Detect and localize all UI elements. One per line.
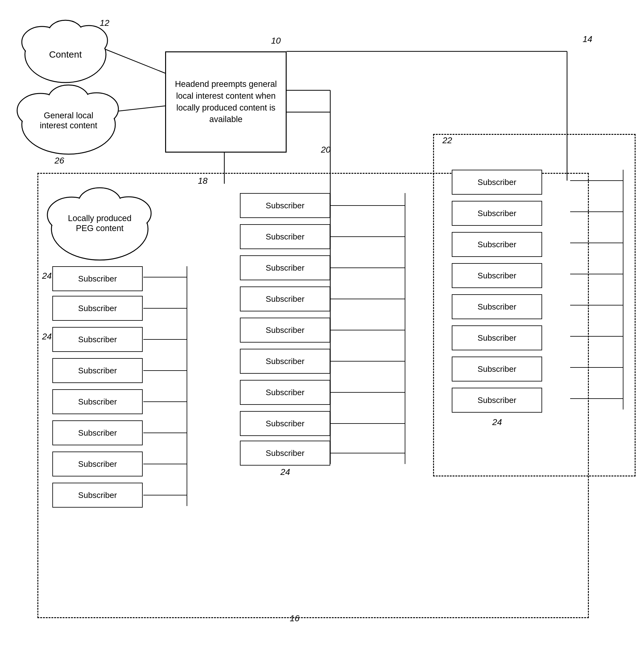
sub-label: Subscriber <box>78 335 117 345</box>
right-subscriber-8: Subscriber <box>452 388 542 413</box>
svg-text:Content: Content <box>49 49 82 60</box>
left-subscriber-4: Subscriber <box>52 358 143 383</box>
label-12: 12 <box>100 18 109 28</box>
right-subscriber-1: Subscriber <box>452 170 542 195</box>
label-26: 26 <box>54 156 64 166</box>
mid-subscriber-9: Subscriber <box>240 441 330 466</box>
sub-label: Subscriber <box>478 302 516 312</box>
label-10: 10 <box>271 36 281 46</box>
svg-point-43 <box>49 21 82 45</box>
sub-label: Subscriber <box>478 178 516 187</box>
sub-label: Subscriber <box>266 419 304 428</box>
right-subscriber-6: Subscriber <box>452 325 542 350</box>
mid-subscriber-6: Subscriber <box>240 349 330 374</box>
headend-text: Headend preempts general local interest … <box>169 78 282 125</box>
left-subscriber-6: Subscriber <box>52 420 143 445</box>
svg-point-52 <box>49 86 88 112</box>
sub-label: Subscriber <box>478 365 516 374</box>
svg-text:Locally produced: Locally produced <box>68 214 132 223</box>
svg-text:PEG content: PEG content <box>76 224 124 233</box>
content-cloud: Content <box>17 17 114 92</box>
left-subscriber-8: Subscriber <box>52 483 143 508</box>
label-16: 16 <box>290 613 299 624</box>
sub-label: Subscriber <box>78 459 117 469</box>
sub-label: Subscriber <box>266 294 304 304</box>
left-subscriber-7: Subscriber <box>52 451 143 476</box>
mid-subscriber-2: Subscriber <box>240 224 330 249</box>
sub-label: Subscriber <box>478 209 516 218</box>
right-subscriber-7: Subscriber <box>452 357 542 381</box>
sub-label: Subscriber <box>266 388 304 397</box>
label-24-left-a: 24 <box>42 271 52 281</box>
headend-box: Headend preempts general local interest … <box>165 51 286 152</box>
locally-produced-cloud: Locally produced PEG content <box>42 184 157 268</box>
left-subscriber-2: Subscriber <box>52 296 143 321</box>
mid-subscriber-3: Subscriber <box>240 255 330 280</box>
sub-label: Subscriber <box>266 263 304 273</box>
sub-label: Subscriber <box>78 304 117 313</box>
mid-subscriber-4: Subscriber <box>240 286 330 311</box>
sub-label: Subscriber <box>266 201 304 211</box>
sub-label: Subscriber <box>78 274 117 284</box>
left-subscriber-3: Subscriber <box>52 327 143 352</box>
mid-subscriber-7: Subscriber <box>240 380 330 405</box>
label-18: 18 <box>198 176 207 186</box>
sub-label: Subscriber <box>478 240 516 250</box>
diagram-container: Content General local interest content 1… <box>0 0 644 658</box>
label-22: 22 <box>442 136 452 145</box>
sub-label: Subscriber <box>78 366 117 376</box>
svg-text:General local: General local <box>44 111 93 120</box>
sub-label: Subscriber <box>266 357 304 366</box>
mid-subscriber-1: Subscriber <box>240 193 330 218</box>
sub-label: Subscriber <box>266 325 304 335</box>
sub-label: Subscriber <box>78 397 117 407</box>
right-subscriber-3: Subscriber <box>452 232 542 257</box>
sub-label: Subscriber <box>266 232 304 242</box>
label-20: 20 <box>321 145 330 155</box>
sub-label: Subscriber <box>478 333 516 343</box>
label-14: 14 <box>583 34 592 44</box>
label-24-mid: 24 <box>280 467 290 477</box>
label-24-right: 24 <box>492 417 502 427</box>
label-24-left-b: 24 <box>42 332 52 342</box>
mid-subscriber-8: Subscriber <box>240 411 330 436</box>
svg-text:interest content: interest content <box>40 121 97 130</box>
sub-label: Subscriber <box>78 491 117 500</box>
right-subscriber-2: Subscriber <box>452 201 542 226</box>
right-subscriber-4: Subscriber <box>452 263 542 288</box>
sub-label: Subscriber <box>266 448 304 458</box>
left-subscriber-5: Subscriber <box>52 389 143 414</box>
sub-label: Subscriber <box>478 271 516 281</box>
svg-point-62 <box>79 188 120 216</box>
general-local-cloud: General local interest content <box>13 81 124 162</box>
mid-subscriber-5: Subscriber <box>240 318 330 343</box>
right-subscriber-5: Subscriber <box>452 294 542 319</box>
sub-label: Subscriber <box>478 396 516 405</box>
sub-label: Subscriber <box>78 428 117 438</box>
left-subscriber-1: Subscriber <box>52 266 143 291</box>
